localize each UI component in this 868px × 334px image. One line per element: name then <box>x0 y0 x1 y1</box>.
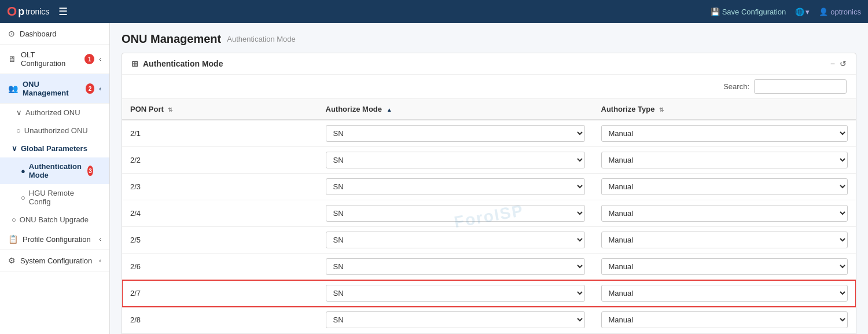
cell-pon-port: 2/2 <box>122 147 318 174</box>
cell-auth-type: ManualAuto <box>593 307 856 333</box>
hamburger-menu[interactable]: ☰ <box>58 5 68 18</box>
table-row: 2/2SNMACLOIDSN+LOIDManualAuto <box>122 147 856 174</box>
logo-o: O <box>7 4 17 19</box>
sidebar-global-params[interactable]: ∨ Global Parameters <box>0 140 109 157</box>
sidebar-item-label: Profile Configuration <box>23 235 91 244</box>
globe-icon[interactable]: 🌐 ▾ <box>795 8 810 16</box>
cell-pon-port: 2/8 <box>122 307 318 333</box>
auth-badge: 3 <box>87 166 93 176</box>
chevron-icon: ‹ <box>99 236 101 243</box>
chevron-icon: ‹ <box>99 56 101 63</box>
card-actions: − ↺ <box>830 59 847 68</box>
search-label: Search: <box>723 82 749 91</box>
sidebar-hgu-remote[interactable]: ○ HGU Remote Config <box>0 184 109 211</box>
table-wrapper: ForoISP PON Port ⇅ Authorize Mode ▲ <box>122 99 856 333</box>
auth-type-select[interactable]: ManualAuto <box>601 178 848 195</box>
navbar: O p tronics ☰ 💾 Save Configuration 🌐 ▾ 👤… <box>0 0 868 23</box>
auth-type-select[interactable]: ManualAuto <box>601 311 848 328</box>
card-title-text: Authentication Mode <box>143 59 223 68</box>
auth-mode-select[interactable]: SNMACLOIDSN+LOID <box>326 285 585 302</box>
table-row: 2/3SNMACLOIDSN+LOIDManualAuto <box>122 174 856 200</box>
chevron-icon: ‹ <box>99 257 101 264</box>
auth-mode-select[interactable]: SNMACLOIDSN+LOID <box>326 311 585 328</box>
cell-auth-mode: SNMACLOIDSN+LOID <box>318 280 593 307</box>
chevron-down-icon: ∨ <box>12 144 17 153</box>
auth-type-select[interactable]: ManualAuto <box>601 205 848 222</box>
col-authorize-type[interactable]: Authorize Type ⇅ <box>593 99 856 120</box>
table-header-row: PON Port ⇅ Authorize Mode ▲ Authorize Ty… <box>122 99 856 120</box>
dashboard-icon: ⊙ <box>8 29 15 38</box>
cell-auth-type: ManualAuto <box>593 147 856 174</box>
save-configuration-button[interactable]: 💾 Save Configuration <box>711 8 786 16</box>
auth-type-select[interactable]: ManualAuto <box>601 285 848 302</box>
cell-pon-port: 2/6 <box>122 254 318 280</box>
sub-label: ONU Batch Upgrade <box>20 215 89 224</box>
cell-auth-mode: SNMACLOIDSN+LOID <box>318 254 593 280</box>
auth-type-select[interactable]: ManualAuto <box>601 258 848 275</box>
refresh-button[interactable]: ↺ <box>840 59 847 68</box>
card-title: ⊞ Authentication Mode <box>131 59 223 68</box>
logo-ronics: tronics <box>25 7 49 16</box>
sidebar-onu-batch[interactable]: ○ ONU Batch Upgrade <box>0 211 109 229</box>
sidebar-sub-authorized-onu[interactable]: ∨ Authorized ONU <box>0 104 109 122</box>
auth-mode-select[interactable]: SNMACLOIDSN+LOID <box>326 205 585 222</box>
table-row: 2/5SNMACLOIDSN+LOIDManualAuto <box>122 227 856 254</box>
circle-icon: ○ <box>21 193 25 202</box>
table-head: PON Port ⇅ Authorize Mode ▲ Authorize Ty… <box>122 99 856 120</box>
auth-type-select[interactable]: ManualAuto <box>601 152 848 168</box>
auth-mode-select[interactable]: SNMACLOIDSN+LOID <box>326 125 585 142</box>
table-body: 2/1SNMACLOIDSN+LOIDManualAuto2/2SNMACLOI… <box>122 120 856 333</box>
page-subtitle: Authentication Mode <box>227 35 296 43</box>
sidebar-auth-mode[interactable]: ● Authentication Mode 3 <box>0 157 109 184</box>
sub-label: HGU Remote Config <box>29 189 93 206</box>
page-title: ONU Management <box>122 32 221 46</box>
save-label: Save Configuration <box>722 8 786 16</box>
cell-auth-mode: SNMACLOIDSN+LOID <box>318 120 593 147</box>
circle-icon: ○ <box>12 215 16 224</box>
auth-mode-select[interactable]: SNMACLOIDSN+LOID <box>326 232 585 248</box>
circle-icon: ○ <box>16 126 21 135</box>
search-bar: Search: <box>122 75 856 99</box>
sub-label: Authorized ONU <box>25 108 80 117</box>
user-menu[interactable]: 👤 optronics <box>819 8 861 16</box>
user-label: optronics <box>830 8 861 16</box>
table-row: 2/6SNMACLOIDSN+LOIDManualAuto <box>122 254 856 280</box>
sort-icon-type: ⇅ <box>659 107 664 113</box>
minimize-button[interactable]: − <box>830 59 835 68</box>
auth-type-select[interactable]: ManualAuto <box>601 232 848 248</box>
grid-icon: ⊞ <box>131 59 138 68</box>
cell-auth-type: ManualAuto <box>593 174 856 200</box>
sidebar-sub-unauthorized-onu[interactable]: ○ Unauthorized ONU <box>0 122 109 140</box>
auth-mode-select[interactable]: SNMACLOIDSN+LOID <box>326 178 585 195</box>
cell-pon-port: 2/5 <box>122 227 318 254</box>
cell-auth-mode: SNMACLOIDSN+LOID <box>318 174 593 200</box>
sidebar-item-system-config[interactable]: ⚙ System Configuration ‹ <box>0 250 109 271</box>
sidebar-item-onu-mgmt[interactable]: 👥 ONU Management 2 ‹ <box>0 74 109 104</box>
sidebar-item-label: OLT Configuration <box>21 50 78 68</box>
cell-pon-port: 2/7 <box>122 280 318 307</box>
navbar-right: 💾 Save Configuration 🌐 ▾ 👤 optronics <box>711 8 861 16</box>
page-header: ONU Management Authentication Mode <box>122 32 856 46</box>
auth-mode-select[interactable]: SNMACLOIDSN+LOID <box>326 152 585 168</box>
cell-auth-mode: SNMACLOIDSN+LOID <box>318 200 593 227</box>
table-row: 2/1SNMACLOIDSN+LOIDManualAuto <box>122 120 856 147</box>
user-icon: 👤 <box>819 8 828 16</box>
sub-label: Unauthorized ONU <box>24 126 88 135</box>
cell-pon-port: 2/4 <box>122 200 318 227</box>
sidebar-item-dashboard[interactable]: ⊙ Dashboard <box>0 23 109 45</box>
table-row: 2/8SNMACLOIDSN+LOIDManualAuto <box>122 307 856 333</box>
cell-auth-mode: SNMACLOIDSN+LOID <box>318 307 593 333</box>
search-input[interactable] <box>754 79 847 94</box>
auth-mode-table: PON Port ⇅ Authorize Mode ▲ Authorize Ty… <box>122 99 856 333</box>
sidebar-item-olt-config[interactable]: 🖥 OLT Configuration 1 ‹ <box>0 45 109 74</box>
table-row: 2/7SNMACLOIDSN+LOIDManualAuto <box>122 280 856 307</box>
auth-type-select[interactable]: ManualAuto <box>601 125 848 142</box>
sidebar-item-profile-config[interactable]: 📋 Profile Configuration ‹ <box>0 229 109 250</box>
navbar-left: O p tronics ☰ <box>7 4 68 19</box>
cell-auth-type: ManualAuto <box>593 227 856 254</box>
auth-mode-select[interactable]: SNMACLOIDSN+LOID <box>326 258 585 275</box>
col-authorize-mode[interactable]: Authorize Mode ▲ <box>318 99 593 120</box>
cell-pon-port: 2/1 <box>122 120 318 147</box>
col-pon-port[interactable]: PON Port ⇅ <box>122 99 318 120</box>
cell-auth-type: ManualAuto <box>593 200 856 227</box>
